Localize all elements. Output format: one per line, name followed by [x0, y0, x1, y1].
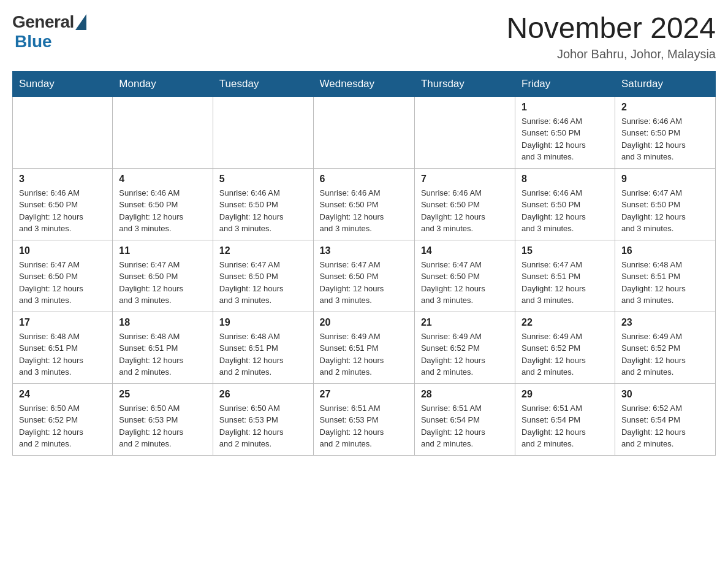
day-info: Sunrise: 6:48 AM Sunset: 6:51 PM Dayligh… — [621, 259, 709, 307]
day-cell — [313, 96, 414, 168]
location-text: Johor Bahru, Johor, Malaysia — [506, 47, 716, 61]
header-tuesday: Tuesday — [213, 71, 313, 96]
logo: General Blue — [12, 12, 86, 52]
day-info: Sunrise: 6:46 AM Sunset: 6:50 PM Dayligh… — [521, 187, 609, 235]
day-cell: 12Sunrise: 6:47 AM Sunset: 6:50 PM Dayli… — [213, 240, 313, 312]
day-cell: 27Sunrise: 6:51 AM Sunset: 6:53 PM Dayli… — [313, 383, 414, 455]
day-number: 5 — [219, 174, 307, 185]
week-row-1: 1Sunrise: 6:46 AM Sunset: 6:50 PM Daylig… — [13, 96, 716, 168]
day-cell: 29Sunrise: 6:51 AM Sunset: 6:54 PM Dayli… — [515, 383, 615, 455]
day-cell: 20Sunrise: 6:49 AM Sunset: 6:51 PM Dayli… — [313, 312, 414, 383]
day-cell: 7Sunrise: 6:46 AM Sunset: 6:50 PM Daylig… — [414, 168, 515, 240]
week-row-3: 10Sunrise: 6:47 AM Sunset: 6:50 PM Dayli… — [13, 240, 716, 312]
day-cell: 6Sunrise: 6:46 AM Sunset: 6:50 PM Daylig… — [313, 168, 414, 240]
day-cell: 16Sunrise: 6:48 AM Sunset: 6:51 PM Dayli… — [615, 240, 715, 312]
header-wednesday: Wednesday — [313, 71, 414, 96]
day-cell — [414, 96, 515, 168]
day-number: 2 — [621, 102, 709, 113]
header-sunday: Sunday — [13, 71, 113, 96]
day-number: 8 — [521, 174, 609, 185]
day-cell — [113, 96, 213, 168]
day-cell: 30Sunrise: 6:52 AM Sunset: 6:54 PM Dayli… — [615, 383, 715, 455]
day-number: 13 — [320, 245, 408, 256]
day-info: Sunrise: 6:46 AM Sunset: 6:50 PM Dayligh… — [621, 115, 709, 163]
day-info: Sunrise: 6:47 AM Sunset: 6:50 PM Dayligh… — [320, 259, 408, 307]
day-number: 10 — [19, 245, 106, 256]
day-info: Sunrise: 6:47 AM Sunset: 6:51 PM Dayligh… — [521, 259, 609, 307]
day-cell: 1Sunrise: 6:46 AM Sunset: 6:50 PM Daylig… — [515, 96, 615, 168]
day-cell: 24Sunrise: 6:50 AM Sunset: 6:52 PM Dayli… — [13, 383, 113, 455]
day-number: 19 — [219, 317, 307, 328]
day-info: Sunrise: 6:47 AM Sunset: 6:50 PM Dayligh… — [421, 259, 509, 307]
header-monday: Monday — [113, 71, 213, 96]
header: General Blue November 2024 Johor Bahru, … — [12, 12, 716, 61]
day-info: Sunrise: 6:47 AM Sunset: 6:50 PM Dayligh… — [119, 259, 207, 307]
header-friday: Friday — [515, 71, 615, 96]
day-cell: 10Sunrise: 6:47 AM Sunset: 6:50 PM Dayli… — [13, 240, 113, 312]
day-number: 6 — [320, 174, 408, 185]
day-cell: 2Sunrise: 6:46 AM Sunset: 6:50 PM Daylig… — [615, 96, 715, 168]
week-row-5: 24Sunrise: 6:50 AM Sunset: 6:52 PM Dayli… — [13, 383, 716, 455]
day-info: Sunrise: 6:48 AM Sunset: 6:51 PM Dayligh… — [219, 331, 307, 378]
day-number: 1 — [521, 102, 609, 113]
day-number: 21 — [421, 317, 509, 328]
day-cell: 25Sunrise: 6:50 AM Sunset: 6:53 PM Dayli… — [113, 383, 213, 455]
day-number: 3 — [19, 174, 106, 185]
day-cell: 17Sunrise: 6:48 AM Sunset: 6:51 PM Dayli… — [13, 312, 113, 383]
day-number: 17 — [19, 317, 106, 328]
day-headers-row: SundayMondayTuesdayWednesdayThursdayFrid… — [13, 71, 716, 96]
logo-general-text: General — [12, 12, 74, 32]
logo-blue-text: Blue — [15, 32, 52, 52]
day-info: Sunrise: 6:47 AM Sunset: 6:50 PM Dayligh… — [621, 187, 709, 235]
day-cell — [213, 96, 313, 168]
day-number: 7 — [421, 174, 509, 185]
day-number: 20 — [320, 317, 408, 328]
day-cell: 28Sunrise: 6:51 AM Sunset: 6:54 PM Dayli… — [414, 383, 515, 455]
day-info: Sunrise: 6:46 AM Sunset: 6:50 PM Dayligh… — [421, 187, 509, 235]
header-saturday: Saturday — [615, 71, 715, 96]
day-info: Sunrise: 6:48 AM Sunset: 6:51 PM Dayligh… — [119, 331, 207, 378]
day-info: Sunrise: 6:49 AM Sunset: 6:52 PM Dayligh… — [621, 331, 709, 378]
day-number: 15 — [521, 245, 609, 256]
day-number: 29 — [521, 389, 609, 400]
day-info: Sunrise: 6:49 AM Sunset: 6:51 PM Dayligh… — [320, 331, 408, 378]
day-cell: 11Sunrise: 6:47 AM Sunset: 6:50 PM Dayli… — [113, 240, 213, 312]
day-cell: 5Sunrise: 6:46 AM Sunset: 6:50 PM Daylig… — [213, 168, 313, 240]
day-info: Sunrise: 6:46 AM Sunset: 6:50 PM Dayligh… — [219, 187, 307, 235]
day-number: 16 — [621, 245, 709, 256]
day-cell: 26Sunrise: 6:50 AM Sunset: 6:53 PM Dayli… — [213, 383, 313, 455]
day-info: Sunrise: 6:49 AM Sunset: 6:52 PM Dayligh… — [521, 331, 609, 378]
day-cell: 13Sunrise: 6:47 AM Sunset: 6:50 PM Dayli… — [313, 240, 414, 312]
day-info: Sunrise: 6:46 AM Sunset: 6:50 PM Dayligh… — [521, 115, 609, 163]
day-cell: 15Sunrise: 6:47 AM Sunset: 6:51 PM Dayli… — [515, 240, 615, 312]
logo-triangle-icon — [75, 14, 86, 30]
day-info: Sunrise: 6:51 AM Sunset: 6:54 PM Dayligh… — [521, 402, 609, 450]
header-thursday: Thursday — [414, 71, 515, 96]
day-number: 23 — [621, 317, 709, 328]
day-info: Sunrise: 6:52 AM Sunset: 6:54 PM Dayligh… — [621, 402, 709, 450]
day-number: 9 — [621, 174, 709, 185]
day-info: Sunrise: 6:46 AM Sunset: 6:50 PM Dayligh… — [119, 187, 207, 235]
day-info: Sunrise: 6:46 AM Sunset: 6:50 PM Dayligh… — [19, 187, 106, 235]
day-number: 22 — [521, 317, 609, 328]
day-number: 18 — [119, 317, 207, 328]
day-cell: 8Sunrise: 6:46 AM Sunset: 6:50 PM Daylig… — [515, 168, 615, 240]
day-info: Sunrise: 6:51 AM Sunset: 6:53 PM Dayligh… — [320, 402, 408, 450]
day-cell: 14Sunrise: 6:47 AM Sunset: 6:50 PM Dayli… — [414, 240, 515, 312]
day-number: 4 — [119, 174, 207, 185]
day-cell: 4Sunrise: 6:46 AM Sunset: 6:50 PM Daylig… — [113, 168, 213, 240]
day-cell — [13, 96, 113, 168]
day-cell: 9Sunrise: 6:47 AM Sunset: 6:50 PM Daylig… — [615, 168, 715, 240]
day-cell: 18Sunrise: 6:48 AM Sunset: 6:51 PM Dayli… — [113, 312, 213, 383]
day-info: Sunrise: 6:50 AM Sunset: 6:52 PM Dayligh… — [19, 402, 106, 450]
calendar-table: SundayMondayTuesdayWednesdayThursdayFrid… — [12, 71, 716, 456]
day-info: Sunrise: 6:46 AM Sunset: 6:50 PM Dayligh… — [320, 187, 408, 235]
day-number: 25 — [119, 389, 207, 400]
day-number: 11 — [119, 245, 207, 256]
day-number: 12 — [219, 245, 307, 256]
day-number: 26 — [219, 389, 307, 400]
day-info: Sunrise: 6:49 AM Sunset: 6:52 PM Dayligh… — [421, 331, 509, 378]
day-info: Sunrise: 6:47 AM Sunset: 6:50 PM Dayligh… — [19, 259, 106, 307]
day-cell: 21Sunrise: 6:49 AM Sunset: 6:52 PM Dayli… — [414, 312, 515, 383]
title-area: November 2024 Johor Bahru, Johor, Malays… — [506, 12, 716, 61]
